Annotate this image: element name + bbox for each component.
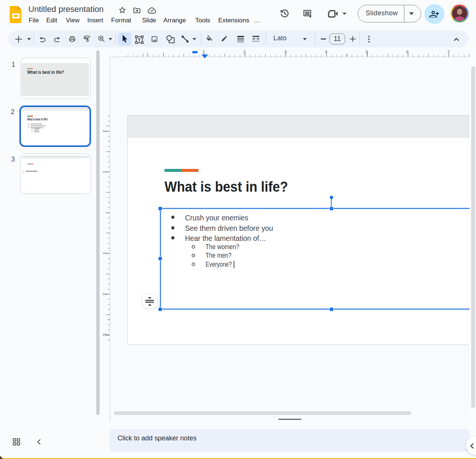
svg-text:What is best in life?: What is best in life? (27, 70, 64, 75)
svg-text:What is best in life?: What is best in life? (165, 181, 288, 195)
svg-text:Crush your enemies: Crush your enemies (185, 213, 248, 222)
svg-text:Hear the lamentation of…: Hear the lamentation of… (185, 234, 266, 242)
svg-text:The women?: The women? (206, 243, 239, 251)
svg-text:The men?: The men? (206, 251, 232, 259)
svg-text:Everyone?: Everyone? (206, 260, 232, 268)
svg-text:Everyone?: Everyone? (34, 131, 40, 133)
svg-text:See them driven before you: See them driven before you (185, 224, 273, 232)
svg-text:Crush your enemies: Crush your enemies (25, 170, 37, 172)
svg-text:What is best in life?: What is best in life? (27, 118, 48, 121)
